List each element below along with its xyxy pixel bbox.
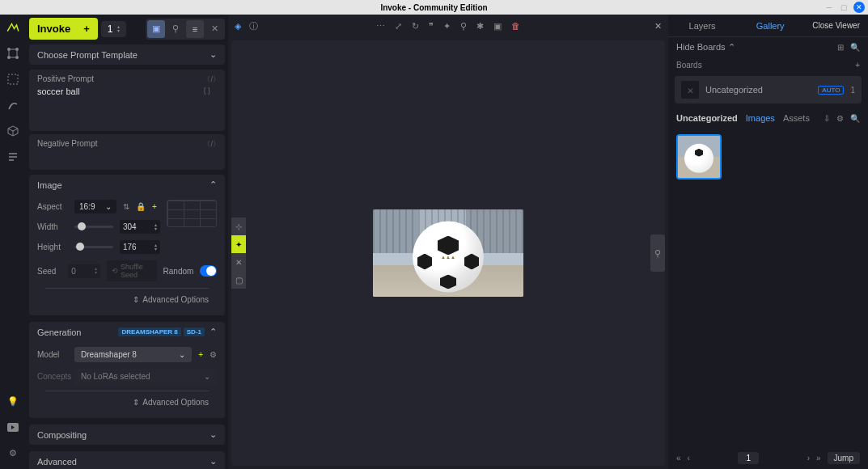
chevron-up-icon: ⌃ [210, 180, 217, 190]
chevron-down-icon: ⌄ [210, 456, 217, 467]
positive-prompt-input[interactable]: Positive Prompt soccer ball 〈/〉{ } [29, 70, 225, 131]
list-mode-icon[interactable]: ≡ [186, 20, 204, 38]
board-thumb-icon: ⨉ [681, 81, 699, 99]
queue-icon[interactable] [5, 149, 21, 165]
gallery-search-icon[interactable]: 🔍 [850, 114, 860, 123]
refresh-icon[interactable]: ↻ [412, 21, 419, 32]
canvas-tool-4[interactable]: ▢ [231, 271, 246, 289]
crop-icon[interactable]: ▣ [493, 21, 502, 32]
prompt-template-select[interactable]: Choose Prompt Template ⌄ [29, 44, 225, 65]
page-next-icon[interactable]: › [807, 454, 810, 463]
close-viewer-button[interactable]: Close Viewer [804, 15, 868, 36]
negative-prompt-input[interactable]: Negative Prompt 〈/〉 [29, 134, 225, 170]
add-board-icon[interactable]: + [855, 61, 860, 70]
image-section-header[interactable]: Image ⌃ [29, 175, 225, 195]
jump-button[interactable]: Jump [828, 452, 860, 464]
canvas-tool-1[interactable]: ⊹ [231, 218, 246, 235]
sparkle-icon[interactable]: ✱ [476, 21, 484, 32]
link2-icon[interactable]: ⚲ [460, 21, 467, 32]
canvas-right-handle[interactable]: ⚲ [650, 234, 665, 272]
code-icon[interactable]: 〈/〉 [203, 74, 220, 85]
tab-layers[interactable]: Layers [668, 15, 736, 36]
lightbulb-icon[interactable]: 💡 [5, 393, 21, 409]
info-icon[interactable]: ⓘ [249, 20, 258, 32]
generation-count[interactable]: 1 ▴▾ [101, 21, 127, 37]
count-down[interactable]: ▾ [117, 29, 120, 33]
page-last-icon[interactable]: » [816, 454, 821, 463]
chevron-down-icon: ⌄ [210, 429, 217, 440]
page-input[interactable]: 1 [738, 452, 759, 464]
hide-boards-toggle[interactable]: Hide Boards ⌃ [676, 42, 735, 53]
compositing-section-header[interactable]: Compositing⌄ [29, 425, 225, 445]
boards-search-icon[interactable]: 🔍 [850, 43, 860, 52]
shuffle-seed-button[interactable]: ⟲Shuffle Seed [107, 260, 157, 281]
pen-icon[interactable] [5, 97, 21, 113]
svg-point-1 [15, 48, 19, 51]
frame-icon[interactable] [5, 71, 21, 87]
invoke-button[interactable]: Invoke + [29, 18, 98, 40]
lock-icon[interactable]: 🔒 [136, 202, 146, 211]
canvas[interactable]: ⊹ ✦ ✕ ▢ ▲▲▲ ⚲ [231, 40, 665, 466]
download-icon[interactable]: ⇩ [824, 114, 830, 123]
maximize-button[interactable]: ▢ [839, 2, 849, 12]
canvas-tool-close[interactable]: ✕ [231, 253, 246, 271]
settings-icon[interactable]: ⚙ [5, 445, 21, 461]
seed-icon[interactable]: ✦ [443, 21, 451, 32]
close-button[interactable]: ✕ [853, 2, 865, 13]
random-label: Random [163, 267, 194, 276]
generation-section-header[interactable]: Generation DREAMSHAPER 8 SD-1 ⌃ [29, 322, 225, 342]
tab-images[interactable]: Images [746, 113, 775, 123]
youtube-icon[interactable] [5, 419, 21, 435]
model-badge: DREAMSHAPER 8 [118, 327, 180, 336]
page-first-icon[interactable]: « [676, 454, 681, 463]
gallery-thumbnail[interactable] [676, 134, 722, 180]
generation-advanced-toggle[interactable]: ⇕Advanced Options [37, 395, 217, 410]
invoke-logo-icon[interactable] [5, 19, 21, 36]
code-icon[interactable]: 〈/〉 [203, 139, 220, 150]
add-aspect-icon[interactable]: + [152, 202, 157, 211]
expand-icon[interactable]: ⤢ [395, 21, 402, 32]
swap-icon[interactable]: ⇅ [123, 202, 129, 211]
tab-gallery[interactable]: Gallery [736, 15, 804, 36]
page-prev-icon[interactable]: ‹ [688, 454, 690, 463]
image-mode-icon[interactable]: ▣ [147, 20, 165, 38]
generated-image[interactable]: ▲▲▲ [373, 209, 523, 297]
close-options-icon[interactable]: ✕ [205, 20, 223, 38]
minimize-button[interactable]: ─ [824, 2, 834, 12]
image-advanced-toggle[interactable]: ⇕Advanced Options [37, 292, 217, 307]
board-count: 1 [850, 86, 855, 95]
width-input[interactable]: 304▴▾ [120, 220, 160, 234]
left-rail: 💡 ⚙ [0, 15, 26, 469]
advanced-section-header[interactable]: Advanced⌄ [29, 451, 225, 469]
cube-icon[interactable] [5, 123, 21, 139]
close-canvas-icon[interactable]: ✕ [654, 21, 662, 32]
link-mode-icon[interactable]: ⚲ [167, 20, 184, 38]
quote-icon[interactable]: ❞ [429, 21, 434, 32]
canvas-tool-generate[interactable]: ✦ [231, 235, 246, 253]
add-model-icon[interactable]: + [198, 350, 203, 359]
braces-icon[interactable]: { } [203, 87, 220, 95]
svg-point-3 [15, 56, 19, 59]
canvas-area: ◈ ⓘ ⋯ ⤢ ↻ ❞ ✦ ⚲ ✱ ▣ 🗑 ✕ ⊹ ✦ ✕ [228, 15, 668, 469]
concepts-select[interactable]: No LoRAs selected⌄ [74, 369, 217, 384]
aspect-preview [167, 200, 217, 227]
more-icon[interactable]: ⋯ [376, 21, 385, 32]
trash-icon[interactable]: 🗑 [511, 21, 520, 31]
seed-input[interactable]: 0▴▾ [68, 264, 100, 278]
auto-badge: AUTO [818, 86, 844, 95]
model-select[interactable]: Dreamshaper 8⌄ [74, 347, 192, 362]
base-badge: SD-1 [184, 327, 205, 336]
height-slider[interactable] [74, 246, 113, 248]
height-input[interactable]: 176▴▾ [120, 240, 160, 254]
aspect-select[interactable]: 16:9⌄ [74, 200, 116, 213]
random-toggle[interactable] [200, 265, 217, 277]
tab-assets[interactable]: Assets [783, 113, 810, 123]
nodes-icon[interactable] [5, 45, 21, 61]
width-slider[interactable] [74, 226, 113, 228]
model-settings-icon[interactable]: ⚙ [210, 350, 217, 359]
inspect-icon[interactable]: ◈ [235, 21, 241, 32]
right-panel: Layers Gallery Close Viewer Hide Boards … [668, 15, 868, 469]
board-item[interactable]: ⨉ Uncategorized AUTO 1 [675, 76, 862, 104]
gallery-settings-icon[interactable]: ⚙ [836, 114, 844, 123]
boards-settings-icon[interactable]: ⊞ [837, 43, 844, 52]
